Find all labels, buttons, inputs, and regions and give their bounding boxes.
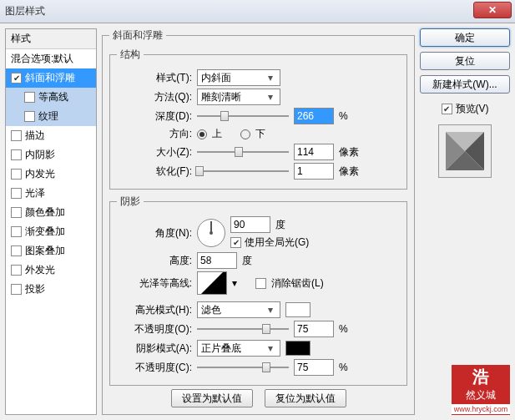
shadow-mode-label: 阴影模式(A):	[117, 342, 192, 356]
style-checkbox[interactable]	[11, 245, 22, 256]
shadow-mode-combo[interactable]: 正片叠底 ▾	[197, 340, 280, 357]
style-checkbox[interactable]	[11, 73, 22, 83]
soften-slider[interactable]	[197, 164, 289, 179]
styles-header: 样式	[6, 29, 96, 49]
style-checkbox[interactable]	[11, 130, 22, 141]
direction-down-radio[interactable]	[240, 129, 250, 139]
blend-options-item[interactable]: 混合选项:默认	[6, 49, 96, 68]
reset-default-button[interactable]: 复位为默认值	[265, 389, 346, 407]
style-item-渐变叠加[interactable]: 渐变叠加	[6, 222, 96, 241]
style-item-label: 投影	[25, 282, 45, 296]
chevron-down-icon: ▾	[265, 342, 276, 354]
style-checkbox[interactable]	[24, 111, 35, 122]
right-panel: 确定 复位 新建样式(W)... 预览(V)	[420, 28, 510, 415]
style-checkbox[interactable]	[11, 207, 22, 218]
make-default-button[interactable]: 设置为默认值	[171, 389, 253, 407]
style-item-label: 图案叠加	[25, 244, 65, 258]
center-panel: 斜面和浮雕 结构 样式(T): 内斜面 ▾ 方法(Q): 雕刻清晰 ▾	[102, 28, 415, 415]
gloss-contour-picker[interactable]	[197, 271, 227, 295]
shading-group: 阴影 角度(N): 90 度 使用全局光(G)	[109, 195, 407, 386]
technique-combo[interactable]: 雕刻清晰 ▾	[197, 89, 280, 105]
preview-label: 预览(V)	[456, 102, 489, 116]
style-checkbox[interactable]	[24, 92, 35, 103]
antialias-checkbox[interactable]	[255, 278, 266, 289]
shadow-opacity-input[interactable]: 75	[294, 359, 334, 376]
style-checkbox[interactable]	[11, 265, 22, 276]
style-item-投影[interactable]: 投影	[6, 280, 96, 299]
soften-label: 软化(F):	[117, 164, 192, 179]
global-light-checkbox[interactable]	[230, 237, 241, 248]
chevron-down-icon: ▾	[265, 91, 276, 103]
style-item-label: 光泽	[25, 186, 45, 200]
size-slider[interactable]	[197, 144, 289, 159]
highlight-opacity-slider[interactable]	[197, 321, 289, 337]
chevron-down-icon: ▾	[265, 72, 276, 83]
size-label: 大小(Z):	[117, 145, 192, 159]
technique-label: 方法(Q):	[117, 90, 192, 104]
altitude-input[interactable]: 58	[197, 252, 237, 269]
chevron-down-icon[interactable]: ▾	[232, 277, 237, 289]
style-item-label: 颜色叠加	[25, 205, 65, 220]
style-item-描边[interactable]: 描边	[6, 126, 96, 145]
preview-thumbnail	[438, 124, 492, 178]
soften-input[interactable]: 1	[294, 163, 334, 180]
shadow-color-swatch[interactable]	[285, 341, 311, 356]
highlight-opacity-label: 不透明度(O):	[117, 322, 192, 337]
highlight-mode-combo[interactable]: 滤色 ▾	[197, 301, 280, 318]
style-item-颜色叠加[interactable]: 颜色叠加	[6, 203, 96, 222]
style-item-内阴影[interactable]: 内阴影	[6, 145, 96, 164]
style-item-label: 外发光	[25, 263, 55, 277]
style-item-label: 渐变叠加	[25, 225, 65, 239]
gloss-contour-label: 光泽等高线:	[117, 276, 192, 291]
angle-input[interactable]: 90	[230, 216, 270, 233]
style-item-外发光[interactable]: 外发光	[6, 261, 96, 280]
depth-slider[interactable]	[197, 109, 289, 124]
structure-group: 结构 样式(T): 内斜面 ▾ 方法(Q): 雕刻清晰 ▾ 深度(	[109, 48, 407, 190]
highlight-opacity-input[interactable]: 75	[294, 321, 334, 337]
style-item-纹理[interactable]: 纹理	[6, 107, 96, 126]
dialog-body: 样式 混合选项:默认 斜面和浮雕等高线纹理描边内阴影内发光光泽颜色叠加渐变叠加图…	[0, 23, 515, 420]
style-combo[interactable]: 内斜面 ▾	[197, 69, 280, 86]
shadow-opacity-label: 不透明度(C):	[117, 361, 192, 375]
style-item-图案叠加[interactable]: 图案叠加	[6, 241, 96, 261]
style-checkbox[interactable]	[11, 169, 22, 180]
ok-button[interactable]: 确定	[420, 28, 510, 47]
style-item-label: 等高线	[38, 90, 68, 104]
style-item-label: 纹理	[38, 109, 58, 124]
depth-input[interactable]: 266	[294, 108, 334, 124]
angle-control[interactable]	[197, 219, 225, 247]
preview-checkbox[interactable]	[442, 104, 452, 114]
watermark: 浩 然义城 www.hryckj.com	[452, 365, 510, 415]
style-label: 样式(T):	[117, 71, 192, 85]
style-item-内发光[interactable]: 内发光	[6, 164, 96, 184]
styles-list: 样式 混合选项:默认 斜面和浮雕等高线纹理描边内阴影内发光光泽颜色叠加渐变叠加图…	[5, 28, 97, 415]
direction-up-radio[interactable]	[197, 129, 207, 139]
size-input[interactable]: 114	[294, 144, 334, 160]
bevel-emboss-group: 斜面和浮雕 结构 样式(T): 内斜面 ▾ 方法(Q): 雕刻清晰 ▾	[102, 28, 415, 415]
highlight-color-swatch[interactable]	[285, 302, 311, 317]
cancel-button[interactable]: 复位	[420, 52, 510, 70]
style-item-光泽[interactable]: 光泽	[6, 184, 96, 203]
bevel-legend: 斜面和浮雕	[109, 28, 166, 43]
style-item-label: 内阴影	[25, 148, 55, 162]
style-item-label: 内发光	[25, 167, 55, 181]
style-checkbox[interactable]	[11, 284, 22, 295]
depth-label: 深度(D):	[117, 109, 192, 124]
window-title: 图层样式	[5, 4, 45, 18]
style-checkbox[interactable]	[11, 188, 22, 199]
direction-label: 方向:	[117, 127, 192, 141]
style-item-等高线[interactable]: 等高线	[6, 88, 96, 107]
style-item-label: 斜面和浮雕	[25, 71, 75, 85]
highlight-mode-label: 高光模式(H):	[117, 303, 192, 317]
close-button[interactable]: ✕	[473, 2, 512, 18]
style-item-斜面和浮雕[interactable]: 斜面和浮雕	[6, 68, 96, 88]
chevron-down-icon: ▾	[265, 304, 276, 316]
style-checkbox[interactable]	[11, 226, 22, 237]
style-item-label: 描边	[25, 129, 45, 143]
title-bar: 图层样式 ✕	[0, 0, 515, 23]
new-style-button[interactable]: 新建样式(W)...	[420, 75, 510, 94]
altitude-label: 高度:	[117, 254, 192, 268]
style-checkbox[interactable]	[11, 149, 22, 160]
angle-label: 角度(N):	[117, 226, 192, 240]
shadow-opacity-slider[interactable]	[197, 360, 289, 375]
